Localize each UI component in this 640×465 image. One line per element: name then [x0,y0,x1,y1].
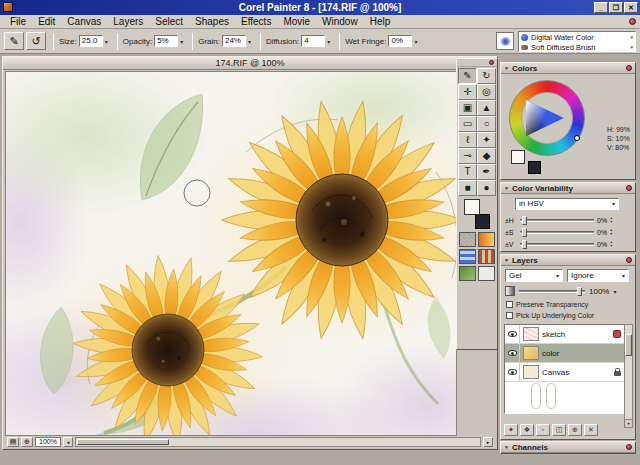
diffusion-dropdown-icon[interactable]: ▾ [327,38,330,45]
collapse-arrow-icon[interactable]: ▼ [504,444,509,450]
brush-variant-row[interactable]: Soft Diffused Brush ▾ [519,42,635,52]
front-color-swatch[interactable] [464,199,480,215]
gradient-selector[interactable] [478,232,495,247]
size-dropdown-icon[interactable]: ▾ [105,38,108,45]
scroll-down-icon[interactable]: ▾ [625,419,632,427]
hue-ring[interactable] [509,80,585,156]
scrollbar-thumb[interactable] [625,334,632,356]
visibility-cell[interactable] [505,325,520,343]
restore-button[interactable]: ❐ [609,2,623,13]
scroll-left-icon[interactable]: ◂ [63,437,73,447]
tool-brush[interactable]: ✎ [458,68,477,84]
menu-item-select[interactable]: Select [149,16,189,27]
slider-thumb[interactable] [522,240,527,249]
brush-category-dropdown-icon[interactable]: ▾ [630,34,633,40]
nozzle-selector[interactable] [459,266,476,281]
tool-magic-wand[interactable]: ✦ [477,132,496,148]
layers-titlebar[interactable]: ▼ Layers [501,255,635,266]
composite-depth-arrow-icon[interactable]: ▾ [622,271,625,281]
menu-item-movie[interactable]: Movie [277,16,316,27]
canvas-painting[interactable] [5,71,457,436]
menu-item-file[interactable]: File [4,16,32,27]
wet-fringe-value[interactable]: 0% [388,35,412,47]
size-value[interactable]: 25.0 [79,35,103,47]
variability-mode-arrow-icon[interactable]: ▾ [612,199,615,209]
visibility-cell[interactable] [505,363,520,381]
paper-selector[interactable] [459,232,476,247]
reset-tool-icon[interactable]: ↺ [26,32,46,50]
main-color-selector[interactable] [462,199,492,229]
menu-item-edit[interactable]: Edit [32,16,61,27]
palette-back-color-swatch[interactable] [528,161,541,174]
variability-close-icon[interactable] [626,185,632,191]
tool-oval-shape[interactable]: ● [477,180,496,196]
slider-thumb[interactable] [577,287,582,296]
tool-paint-bucket[interactable]: ◆ [477,148,496,164]
collapse-arrow-icon[interactable]: ▼ [504,65,509,71]
close-button[interactable]: ✕ [624,2,638,13]
wet-fringe-dropdown-icon[interactable]: ▾ [414,38,417,45]
eye-icon[interactable] [508,331,517,337]
composite-depth-dropdown[interactable]: Ignore ▾ [567,269,629,282]
saturation-variability-slider[interactable] [520,231,594,234]
menu-close-dot-icon[interactable] [629,18,636,25]
toolbox-grip[interactable] [457,59,497,67]
eye-icon[interactable] [508,369,517,375]
zoom-tool-icon[interactable]: ⊕ [21,437,33,447]
document-title-bar[interactable]: 174.RIF @ 100% [3,57,497,70]
colors-palette-titlebar[interactable]: ▼ Colors [501,63,635,74]
minimize-button[interactable]: _ [594,2,608,13]
layers-scrollbar[interactable]: ▴ ▾ [624,324,633,428]
drawer-icon[interactable]: ▤ [7,437,19,447]
diffusion-value[interactable]: 4 [301,35,325,47]
visibility-cell[interactable] [505,344,520,362]
variability-titlebar[interactable]: ▼ Color Variability [501,183,635,194]
toolbox-close-icon[interactable] [489,60,494,65]
pattern-selector[interactable] [459,249,476,264]
saturation-stepper[interactable]: ▴▾ [610,228,612,236]
menu-item-canvas[interactable]: Canvas [61,16,107,27]
value-variability-slider[interactable] [520,243,594,246]
brush-category-row[interactable]: Digital Water Color ▾ [519,32,635,42]
menu-item-effects[interactable]: Effects [235,16,277,27]
opacity-value[interactable]: 5% [154,35,178,47]
slider-thumb[interactable] [522,228,527,237]
new-mask-button[interactable]: ◫ [552,424,566,436]
hue-marker-icon[interactable] [574,135,580,141]
tool-grabber[interactable]: ✛ [458,84,477,100]
layer-row-canvas[interactable]: Canvas [505,363,624,382]
tool-crop[interactable]: ▣ [458,100,477,116]
new-watercolor-layer-button[interactable]: ⊕ [568,424,582,436]
eye-icon[interactable] [508,350,517,356]
layer-opacity-slider[interactable] [519,290,585,293]
layer-row-color[interactable]: color [505,344,624,363]
tool-layer-adjuster[interactable]: ▲ [477,100,496,116]
menu-item-layers[interactable]: Layers [107,16,149,27]
brush-variant-dropdown-icon[interactable]: ▾ [630,44,633,50]
group-layers-button[interactable]: ❖ [520,424,534,436]
zoom-level[interactable]: 100% [35,437,61,447]
grain-dropdown-icon[interactable]: ▾ [248,38,251,45]
composite-method-dropdown[interactable]: Gel ▾ [505,269,563,282]
look-selector[interactable] [478,266,495,281]
hue-stepper[interactable]: ▴▾ [610,216,612,224]
menu-item-shapes[interactable]: Shapes [189,16,235,27]
layers-close-icon[interactable] [626,257,632,263]
scrollbar-thumb[interactable] [77,439,169,445]
collapse-arrow-icon[interactable]: ▼ [504,257,509,263]
tool-dropper[interactable]: ⊸ [458,148,477,164]
hue-variability-slider[interactable] [520,219,594,222]
brush-tool-icon[interactable]: ✎ [4,32,24,50]
colors-palette-close-icon[interactable] [626,65,632,71]
dynamic-plugin-button[interactable]: ✦ [504,424,518,436]
delete-layer-button[interactable]: ✕ [584,424,598,436]
tool-pen[interactable]: ✒ [477,164,496,180]
new-layer-button[interactable]: ▫ [536,424,550,436]
slider-thumb[interactable] [522,216,527,225]
tool-rotate-page[interactable]: ↻ [477,68,496,84]
layer-row-sketch[interactable]: sketch [505,325,624,344]
opacity-dropdown-icon[interactable]: ▾ [180,38,183,45]
scroll-right-icon[interactable]: ▸ [483,437,493,447]
menu-item-window[interactable]: Window [316,16,364,27]
collapse-arrow-icon[interactable]: ▼ [504,185,509,191]
